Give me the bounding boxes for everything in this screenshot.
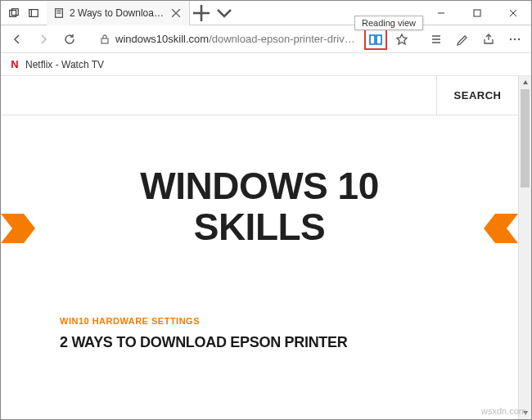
refresh-button[interactable]	[58, 28, 81, 51]
article-section: WIN10 HARDWARE SETTINGS 2 WAYS TO DOWNLO…	[1, 247, 518, 351]
vertical-scrollbar[interactable]	[518, 76, 531, 419]
maximize-button[interactable]	[459, 1, 495, 25]
watermark: wsxdn.com	[481, 406, 526, 416]
svg-rect-2	[29, 9, 38, 16]
svg-rect-12	[474, 10, 480, 16]
more-button[interactable]	[503, 28, 526, 51]
lock-icon	[99, 34, 110, 45]
other-tabs-icon[interactable]	[213, 1, 236, 25]
search-button[interactable]: SEARCH	[436, 76, 518, 115]
reading-view-button[interactable]	[364, 29, 387, 50]
favorite-link[interactable]: Netflix - Watch TV	[25, 59, 104, 70]
back-button[interactable]	[6, 28, 29, 51]
new-tab-button[interactable]	[190, 1, 213, 25]
page-viewport: SEARCH WINDOWS 10 SKILLS WIN10 HARDWARE …	[1, 76, 531, 419]
close-button[interactable]	[495, 1, 531, 25]
tab-title: 2 Ways to Download Ep	[70, 7, 166, 19]
hero-section: WINDOWS 10 SKILLS	[1, 115, 518, 247]
favorites-bar: N Netflix - Watch TV	[1, 53, 531, 76]
reading-view-tooltip: Reading view	[354, 16, 423, 30]
toolbar: windows10skill.com/download-epson-printe…	[1, 25, 531, 53]
window-controls	[423, 1, 531, 25]
hub-button[interactable]	[425, 28, 448, 51]
page-content: SEARCH WINDOWS 10 SKILLS WIN10 HARDWARE …	[1, 76, 518, 419]
scroll-thumb[interactable]	[521, 89, 530, 187]
article-title: 2 WAYS TO DOWNLOAD EPSON PRINTER	[60, 334, 459, 351]
url-text: windows10skill.com/download-epson-printe…	[115, 33, 356, 45]
book-icon	[368, 33, 383, 46]
article-category[interactable]: WIN10 HARDWARE SETTINGS	[60, 316, 459, 326]
scroll-up-icon[interactable]	[519, 76, 531, 89]
netflix-icon: N	[9, 59, 20, 70]
svg-point-20	[510, 38, 512, 39]
minimize-button[interactable]	[423, 1, 459, 25]
set-aside-tabs-icon[interactable]	[24, 3, 43, 23]
titlebar: 2 Ways to Download Ep	[1, 1, 531, 25]
browser-tab[interactable]: 2 Ways to Download Ep	[47, 1, 190, 25]
svg-rect-1	[11, 8, 18, 15]
svg-point-22	[518, 38, 520, 39]
tab-overlap-icon[interactable]	[4, 3, 24, 23]
svg-rect-0	[10, 10, 16, 16]
tab-close-icon[interactable]	[171, 8, 181, 18]
svg-marker-16	[397, 34, 407, 44]
favorite-button[interactable]	[390, 28, 413, 51]
svg-marker-25	[523, 80, 528, 84]
notes-button[interactable]	[451, 28, 474, 51]
site-title: WINDOWS 10 SKILLS	[1, 166, 518, 247]
page-favicon	[53, 7, 65, 19]
svg-rect-15	[101, 38, 108, 43]
forward-button[interactable]	[32, 28, 55, 51]
header-bar: SEARCH	[1, 76, 518, 115]
address-bar[interactable]: windows10skill.com/download-epson-printe…	[94, 33, 361, 45]
titlebar-left	[1, 1, 47, 25]
svg-point-21	[514, 38, 516, 39]
share-button[interactable]	[477, 28, 500, 51]
